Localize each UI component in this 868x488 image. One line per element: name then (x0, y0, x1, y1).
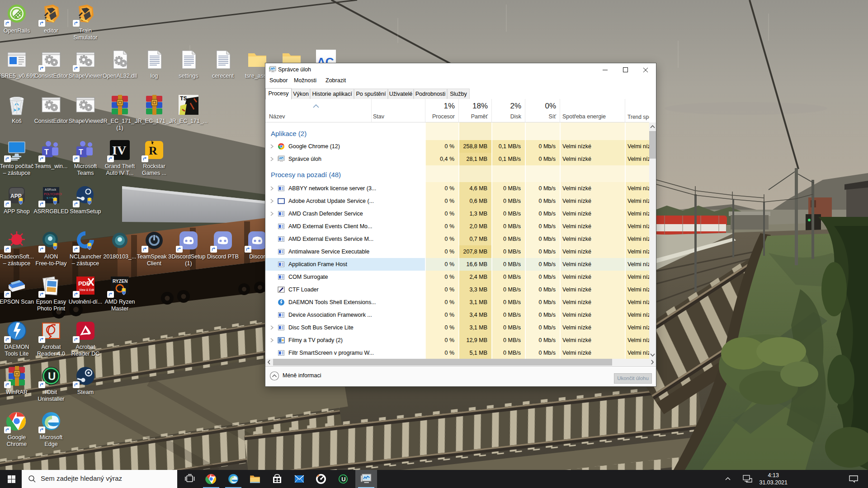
svg-text:T: T (79, 148, 83, 156)
svg-text:U: U (48, 370, 56, 382)
svg-text:View & Edit: View & Edit (79, 288, 94, 291)
svg-text:ASRock: ASRock (45, 188, 57, 191)
svg-text:POLYCHROME: POLYCHROME (44, 192, 62, 196)
svg-text:PDF: PDF (78, 280, 90, 287)
svg-text:RYZEN: RYZEN (113, 279, 128, 284)
svg-text:IV: IV (112, 143, 126, 157)
svg-text:TS: TS (180, 95, 187, 102)
svg-text:R: R (149, 144, 157, 157)
svg-text:T: T (44, 148, 49, 156)
svg-text:U: U (341, 476, 345, 483)
